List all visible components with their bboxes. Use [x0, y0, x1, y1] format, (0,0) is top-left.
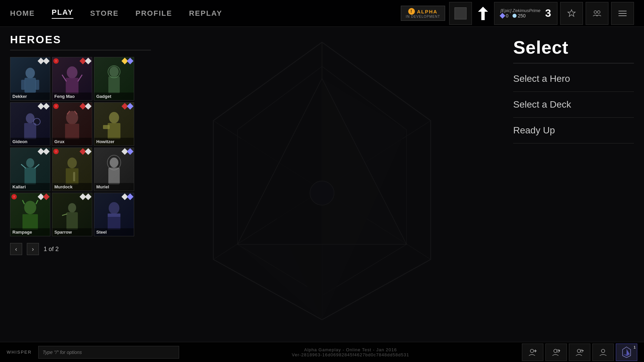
hero-card-feng-mao[interactable]: ! Feng Mao: [52, 57, 92, 101]
hero-card-rampage[interactable]: ! Rampage: [10, 193, 50, 236]
svg-line-43: [21, 164, 26, 168]
bottom-bar: WHISPER Alpha Gameplay - Online Test - J…: [0, 342, 644, 362]
nav-play[interactable]: PLAY: [52, 8, 73, 19]
hero-muriel-name: Muriel: [94, 183, 134, 191]
social-btn[interactable]: [586, 2, 608, 25]
bottom-right-buttons: 1: [522, 344, 637, 361]
next-page-button[interactable]: ›: [27, 243, 39, 255]
add-friend-2-button[interactable]: [545, 344, 567, 361]
hero-card-murdock[interactable]: ! Murdock: [52, 147, 92, 191]
svg-point-27: [109, 66, 119, 77]
top-navigation: HOME PLAY STORE PROFILE REPLAY ! ALPHA I…: [0, 0, 644, 27]
currency-row: 0 250: [500, 13, 540, 18]
svg-point-37: [109, 112, 119, 123]
select-deck-option[interactable]: Select a Deck: [513, 92, 634, 118]
currency-diamonds: 0: [500, 13, 508, 18]
svg-marker-12: [478, 7, 488, 20]
hero-kallari-name: Kallari: [10, 183, 50, 191]
svg-point-32: [34, 118, 40, 125]
svg-marker-13: [568, 10, 575, 16]
hero-card-steel[interactable]: Steel: [94, 193, 134, 236]
hero-card-kallari[interactable]: Kallari: [10, 147, 50, 191]
hero-grux-icons: [80, 104, 91, 109]
svg-line-25: [62, 75, 66, 81]
center-area: [161, 27, 503, 342]
hero-card-gideon[interactable]: Gideon: [10, 102, 50, 146]
svg-rect-39: [103, 125, 110, 129]
add-friend-button[interactable]: [522, 344, 543, 361]
hero-icon-white: [85, 148, 92, 155]
right-panel: Select Select a Hero Select a Deck Ready…: [503, 27, 644, 342]
hero-gadget-icons: [122, 59, 132, 63]
svg-point-23: [67, 66, 77, 78]
hero-card-gadget[interactable]: Gadget: [94, 57, 134, 101]
hero-icon-blue: [127, 103, 133, 110]
svg-marker-73: [627, 349, 630, 356]
alpha-title: ! ALPHA: [408, 8, 438, 15]
currency-coins: 250: [513, 13, 526, 18]
alpha-badge: ! ALPHA IN DEVELOPMENT: [401, 6, 445, 21]
svg-line-56: [62, 214, 67, 216]
hero-dekker-name: Dekker: [10, 93, 50, 100]
hero-card-grux[interactable]: ! Grux: [52, 102, 92, 146]
user-info-text: [Epic] ZekimusPrime 0 250: [500, 8, 540, 18]
alpha-subtitle: IN DEVELOPMENT: [406, 15, 440, 18]
hero-kallari-icons: [39, 149, 49, 154]
svg-rect-22: [35, 80, 39, 90]
hero-steel-icons: [122, 194, 132, 199]
hero-howitzer-name: Howitzer: [94, 138, 134, 145]
hero-gideon-name: Gideon: [10, 138, 50, 145]
hero-rampage-badge: !: [11, 194, 17, 199]
menu-btn[interactable]: [611, 2, 634, 25]
svg-rect-45: [66, 168, 78, 184]
chat-input[interactable]: [38, 346, 179, 359]
svg-rect-28: [108, 76, 120, 93]
svg-rect-41: [24, 168, 36, 184]
favorites-btn[interactable]: [560, 2, 583, 25]
svg-line-26: [78, 75, 82, 81]
color-swatch-btn[interactable]: [449, 2, 472, 25]
svg-point-44: [67, 158, 77, 168]
nav-links: HOME PLAY STORE PROFILE REPLAY: [10, 8, 401, 19]
user-info-button[interactable]: [Epic] ZekimusPrime 0 250 3: [494, 2, 557, 25]
nav-profile[interactable]: PROFILE: [136, 9, 172, 18]
nav-replay[interactable]: REPLAY: [189, 9, 222, 18]
svg-rect-55: [66, 212, 78, 230]
hero-card-sparrow[interactable]: Sparrow: [52, 193, 92, 236]
select-hero-option[interactable]: Select a Hero: [513, 66, 634, 92]
svg-rect-34: [65, 124, 79, 139]
svg-point-40: [26, 158, 34, 168]
main-content: HEROES Dekker: [0, 27, 644, 342]
hero-steel-name: Steel: [94, 228, 134, 236]
nav-home[interactable]: HOME: [10, 9, 35, 18]
hero-icon-red: [43, 193, 50, 200]
ready-up-option[interactable]: Ready Up: [513, 118, 634, 143]
group-button[interactable]: [592, 344, 614, 361]
hero-icon-blue: [127, 58, 133, 64]
hero-feng-mao-name: Feng Mao: [52, 93, 92, 100]
hero-gideon-icons: [39, 104, 49, 109]
prev-page-button[interactable]: ‹: [10, 243, 22, 255]
hero-feng-mao-badge: !: [53, 58, 59, 64]
hero-rampage-name: Rampage: [10, 228, 50, 236]
hero-grux-badge: !: [53, 104, 59, 109]
svg-rect-21: [21, 80, 25, 90]
hero-card-dekker[interactable]: Dekker: [10, 57, 50, 101]
remove-friend-button[interactable]: [569, 344, 590, 361]
logo-badge: 1: [634, 345, 636, 349]
logo-button[interactable]: 1: [616, 344, 637, 361]
svg-line-42: [35, 164, 39, 168]
pagination: ‹ › 1 of 2: [10, 243, 151, 255]
hero-sparrow-icons: [80, 194, 91, 199]
heroes-title: HEROES: [10, 34, 151, 50]
hero-murdock-name: Murdock: [52, 183, 92, 191]
svg-point-70: [601, 349, 605, 353]
coin-icon: [513, 14, 517, 18]
hero-card-howitzer[interactable]: Howitzer: [94, 102, 134, 146]
svg-rect-51: [22, 214, 38, 230]
select-title: Select: [513, 37, 634, 63]
svg-point-14: [594, 11, 597, 13]
nav-store[interactable]: STORE: [90, 9, 119, 18]
hero-card-muriel[interactable]: Muriel: [94, 147, 134, 191]
page-info: 1 of 2: [44, 246, 59, 253]
